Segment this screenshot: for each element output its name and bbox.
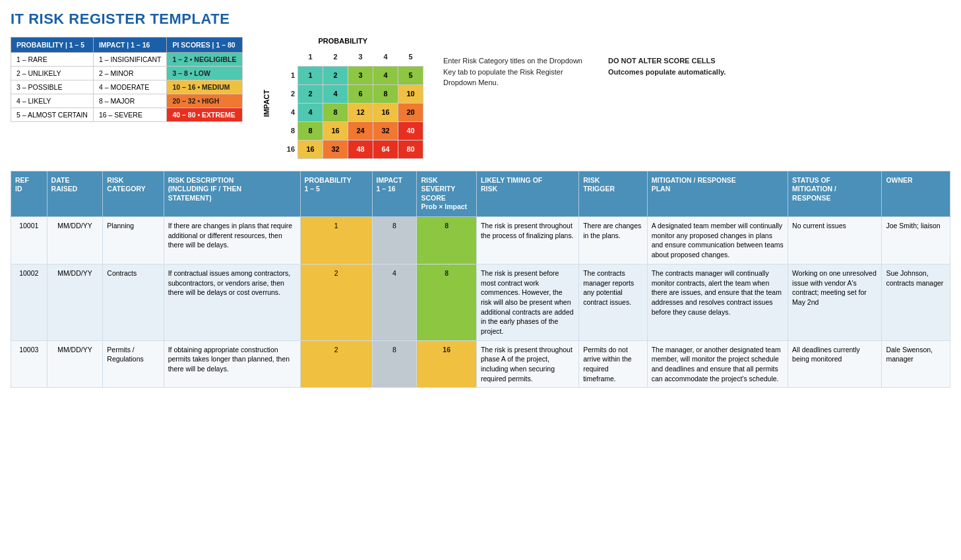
register-section: REF IDDATE RAISEDRISK CATEGORYRISK DESCR… bbox=[11, 171, 950, 389]
matrix-title: PROBABILITY bbox=[263, 37, 424, 45]
probability-matrix: 1234511234522468104481216208816243240161… bbox=[273, 47, 424, 159]
table-row: 10003MM/DD/YYPermits / RegulationsIf obt… bbox=[11, 340, 950, 388]
table-row: 10002MM/DD/YYContractsIf contractual iss… bbox=[11, 264, 950, 340]
table-row: 10001MM/DD/YYPlanningIf there are change… bbox=[11, 217, 950, 264]
legend-table: PROBABILITY | 1 – 5IMPACT | 1 – 16PI SCO… bbox=[11, 37, 243, 122]
legend-section: PROBABILITY | 1 – 5IMPACT | 1 – 16PI SCO… bbox=[11, 37, 243, 159]
risk-register-table: REF IDDATE RAISEDRISK CATEGORYRISK DESCR… bbox=[11, 171, 950, 389]
notes-section: Enter Risk Category titles on the Dropdo… bbox=[443, 55, 740, 88]
matrix-section: PROBABILITY IMPACT 123451123452246810448… bbox=[263, 37, 424, 159]
note-right: DO NOT ALTER SCORE CELLS Outcomes popula… bbox=[608, 55, 740, 88]
page-title: IT RISK REGISTER TEMPLATE bbox=[11, 11, 950, 28]
impact-label: IMPACT bbox=[263, 90, 270, 117]
note-left: Enter Risk Category titles on the Dropdo… bbox=[443, 55, 588, 88]
